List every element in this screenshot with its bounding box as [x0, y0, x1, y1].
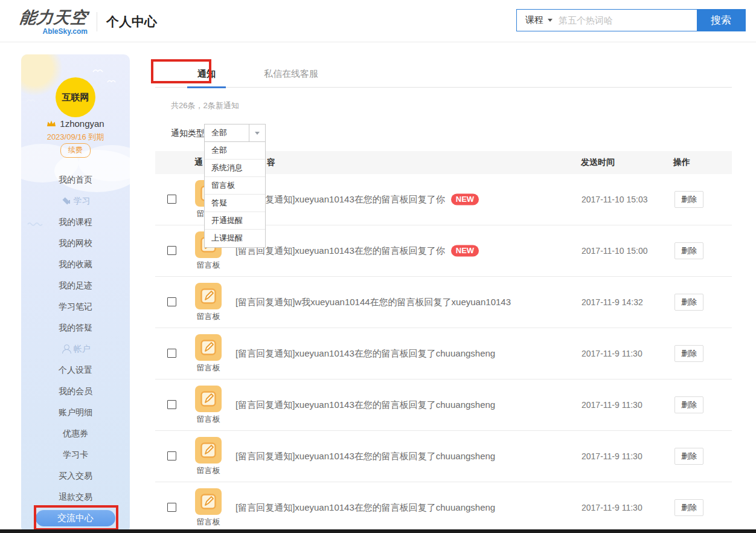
tab[interactable]: 在线客服 [282, 63, 318, 88]
send-time: 2017-11-9 11:30 [581, 503, 642, 512]
search-bar: 课程 搜索 [516, 9, 746, 31]
message-board-icon [195, 437, 222, 464]
category-cell: 留言板 [194, 283, 222, 322]
avatar-text: 互联网 [62, 92, 89, 103]
delete-button[interactable]: 删除 [674, 345, 703, 362]
sidebar-item[interactable]: 学习 [21, 190, 130, 212]
page: 能力天空 AbleSky.com 个人中心 课程 搜索 互联网 1zhongya… [0, 0, 756, 533]
category-cell: 留言板 [194, 334, 222, 373]
sidebar-item[interactable]: 我的收藏 [21, 254, 130, 275]
tab[interactable]: 私信 [264, 63, 282, 88]
bird-icon [107, 79, 116, 83]
message-board-icon [195, 334, 222, 361]
dropdown-option[interactable]: 开通提醒 [205, 212, 265, 230]
row-checkbox[interactable] [167, 246, 176, 255]
sidebar: 互联网 1zhongyan 2023/09/16 到期 续费 我的首页 学习 我… [21, 54, 130, 533]
row-checkbox[interactable] [167, 400, 176, 409]
row-checkbox[interactable] [167, 297, 176, 306]
delete-button[interactable]: 删除 [674, 294, 703, 311]
sidebar-item[interactable]: 我的课程 [21, 212, 130, 233]
sidebar-item[interactable]: 退款交易 [21, 486, 130, 508]
dropdown-option[interactable]: 留言板 [205, 177, 265, 195]
user-icon [61, 344, 71, 354]
tab-bar: 通知 私信 在线客服 [155, 63, 732, 88]
send-time: 2017-11-10 15:00 [581, 246, 648, 256]
dropdown-option[interactable]: 上课提醒 [205, 230, 265, 247]
sidebar-item[interactable]: 学习笔记 [21, 296, 130, 317]
username: 1zhongyan [60, 118, 104, 129]
sun-decoration [21, 54, 62, 95]
sidebar-item[interactable]: 学习卡 [21, 444, 130, 465]
sidebar-item[interactable]: 我的会员 [21, 381, 130, 402]
notification-text: [留言回复通知]w我xueyuan10144在您的留言板回复了xueyuan10… [235, 297, 511, 308]
logo[interactable]: 能力天空 AbleSky.com [20, 7, 88, 36]
chevron-down-icon[interactable] [249, 124, 265, 141]
sidebar-item[interactable]: 帐户 [21, 338, 130, 360]
dropdown-option[interactable]: 系统消息 [205, 160, 265, 177]
send-time: 2017-11-10 15:03 [581, 195, 648, 204]
row-checkbox[interactable] [167, 503, 176, 512]
header-action: 操作 [673, 157, 690, 168]
delete-button[interactable]: 删除 [674, 448, 703, 465]
sidebar-item[interactable]: 优惠券 [21, 423, 130, 444]
send-time: 2017-11-9 14:32 [581, 297, 643, 307]
header-divider [97, 12, 97, 31]
sidebar-item[interactable]: 我的网校 [21, 233, 130, 254]
message-board-icon [195, 283, 222, 309]
category-cell: 留言板 [194, 437, 222, 476]
row-checkbox[interactable] [167, 195, 176, 204]
notification-type-dropdown: 全部 系统消息 留言板 答疑 开通提醒 上课提醒 [204, 141, 266, 248]
notification-text: [留言回复通知]xueyuan10143在您的留言板回复了chuuangshen… [235, 348, 495, 360]
notification-summary: 共26条，2条新通知 [171, 100, 239, 111]
user-line: 1zhongyan [21, 118, 130, 129]
delete-button[interactable]: 删除 [674, 396, 703, 413]
chevron-down-icon [548, 19, 553, 22]
row-checkbox[interactable] [167, 451, 176, 460]
notification-text: [留言回复通知]xueyuan10143在您的留言板回复了你 NEW [235, 245, 479, 257]
tab[interactable]: 通知 [197, 63, 216, 88]
graduation-cap-icon [61, 196, 71, 205]
message-board-icon [195, 386, 222, 412]
sidebar-item[interactable]: 我的答疑 [21, 317, 130, 338]
delete-button[interactable]: 删除 [674, 191, 703, 208]
membership-expiry: 2023/09/16 到期 [21, 132, 130, 143]
dropdown-option[interactable]: 答疑 [205, 195, 265, 212]
notification-row: 留言板 [留言回复通知]w我xueyuan10144在您的留言板回复了xueyu… [155, 277, 732, 328]
search-button[interactable]: 搜索 [697, 10, 745, 31]
sidebar-item[interactable]: 交流中心 [21, 508, 130, 529]
delete-button[interactable]: 删除 [674, 242, 703, 259]
search-category-dropdown[interactable]: 课程 [517, 10, 559, 31]
notification-text: [留言回复通知]xueyuan10143在您的留言板回复了chuuangshen… [235, 502, 495, 514]
send-time: 2017-11-9 11:30 [581, 349, 642, 358]
bird-icon [26, 98, 36, 103]
sidebar-item[interactable]: 我的首页 [21, 169, 130, 190]
logo-text-en: AbleSky.com [20, 27, 88, 36]
select-value: 全部 [211, 124, 227, 141]
new-badge: NEW [451, 245, 479, 257]
dropdown-option[interactable]: 全部 [205, 142, 265, 160]
sidebar-item[interactable]: 账户明细 [21, 402, 130, 423]
notification-type-select[interactable]: 全部 [204, 124, 266, 142]
notification-row: 留言板 [留言回复通知]xueyuan10143在您的留言板回复了chuuang… [155, 482, 732, 533]
bird-icon [92, 68, 103, 73]
row-checkbox[interactable] [167, 349, 176, 358]
sidebar-menu: 我的首页 学习 我的课程 我的网校 我的收藏 我的 [21, 169, 130, 529]
message-board-icon [195, 488, 222, 515]
new-badge: NEW [451, 194, 479, 205]
sidebar-item[interactable]: 买入交易 [21, 465, 130, 486]
notification-text: [留言回复通知]xueyuan10143在您的留言板回复了你 NEW [235, 194, 479, 205]
category-cell: 留言板 [194, 488, 222, 528]
avatar[interactable]: 互联网 [56, 77, 95, 117]
bottom-edge-strip [0, 529, 756, 533]
sidebar-item[interactable]: 我的足迹 [21, 275, 130, 296]
page-title: 个人中心 [106, 13, 157, 30]
delete-button[interactable]: 删除 [674, 499, 703, 516]
renew-button[interactable]: 续费 [60, 143, 91, 158]
notification-text: [留言回复通知]xueyuan10143在您的留言板回复了chuuangshen… [235, 451, 495, 462]
notification-row: 留言板 [留言回复通知]xueyuan10143在您的留言板回复了chuuang… [155, 431, 732, 482]
sidebar-item[interactable]: 个人设置 [21, 360, 130, 381]
header-send-time: 发送时间 [581, 157, 615, 168]
notification-row: 留言板 [留言回复通知]xueyuan10143在您的留言板回复了chuuang… [155, 328, 732, 380]
notification-text: [留言回复通知]xueyuan10143在您的留言板回复了chuuangshen… [235, 399, 495, 411]
search-input[interactable] [559, 10, 697, 31]
